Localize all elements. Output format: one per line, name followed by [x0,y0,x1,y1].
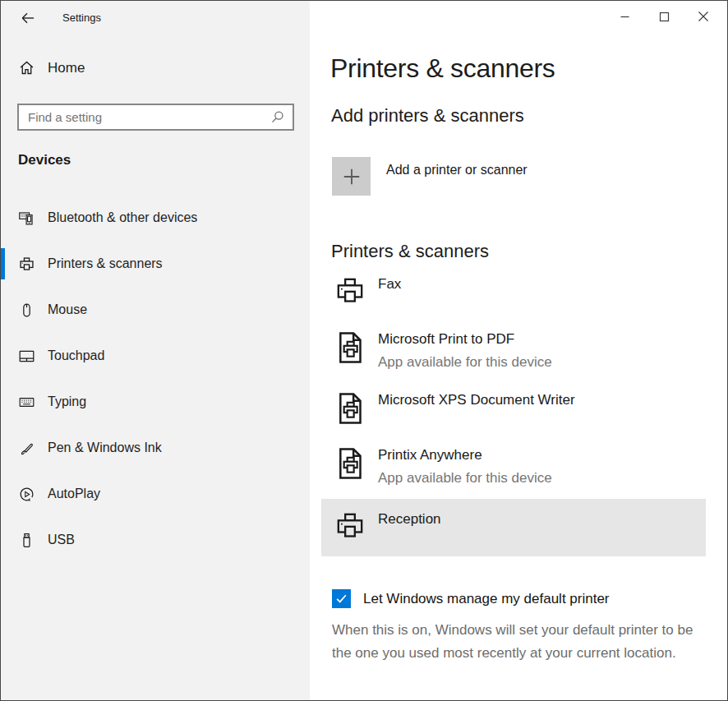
home-label: Home [48,60,85,76]
default-printer-description: When this is on, Windows will set your d… [332,619,703,664]
sidebar-item-autoplay[interactable]: AutoPlay [1,471,310,517]
sidebar-item-label: Bluetooth & other devices [48,210,197,225]
back-arrow-icon [20,10,36,26]
mouse-icon [18,302,35,319]
back-button[interactable] [14,7,42,30]
sidebar-section-title: Devices [18,152,71,168]
sidebar-item-mouse[interactable]: Mouse [1,287,310,333]
search-input[interactable] [28,110,270,124]
touchpad-icon [18,348,35,365]
home-icon [18,59,35,76]
sidebar-nav: Bluetooth & other devices Printers & sca… [1,195,310,563]
default-printer-checkbox-row[interactable]: Let Windows manage my default printer [332,589,703,608]
printer-row-xps-writer[interactable]: Microsoft XPS Document Writer [321,383,706,434]
sidebar-item-label: Pen & Windows Ink [48,440,162,455]
sidebar-item-bluetooth[interactable]: Bluetooth & other devices [1,195,310,241]
sidebar-item-pen[interactable]: Pen & Windows Ink [1,425,310,471]
printers-section-heading: Printers & scanners [331,241,489,262]
printer-row-fax[interactable]: Fax [321,267,706,318]
sidebar-item-label: AutoPlay [48,487,100,501]
add-printer-button-label: Add a printer or scanner [386,163,528,178]
maximize-button[interactable] [644,1,684,32]
plus-icon [332,157,371,196]
autoplay-icon [18,486,35,503]
sidebar-item-printers[interactable]: Printers & scanners [1,241,310,287]
printer-row-reception[interactable]: Reception [321,499,706,556]
sidebar-item-label: USB [48,533,75,547]
sidebar: Settings Home Devices [1,1,310,700]
add-printers-heading: Add printers & scanners [331,105,524,127]
maximize-icon [659,12,670,22]
print-to-file-icon [334,330,366,366]
sidebar-item-typing[interactable]: Typing [1,379,310,425]
printer-list: Fax Microsoft Print to PDF App available… [321,267,706,560]
sidebar-item-label: Touchpad [48,348,104,363]
print-to-file-icon [334,390,366,427]
sidebar-item-touchpad[interactable]: Touchpad [1,333,310,379]
minimize-icon [620,12,630,22]
printer-row-print-to-pdf[interactable]: Microsoft Print to PDF App available for… [321,322,706,379]
search-box[interactable] [17,104,294,131]
sidebar-item-label: Printers & scanners [48,256,163,271]
minimize-button[interactable] [605,1,644,32]
checkbox-checked-icon[interactable] [332,589,351,608]
printer-name: Microsoft Print to PDF [378,330,552,348]
printer-icon [334,274,366,311]
printer-status: App available for this device [378,469,552,487]
close-icon [698,11,709,22]
sidebar-item-label: Mouse [48,302,87,317]
usb-icon [18,532,35,549]
printer-icon [18,256,35,273]
sidebar-item-home[interactable]: Home [18,59,85,76]
sidebar-item-usb[interactable]: USB [1,517,310,563]
sidebar-item-label: Typing [48,394,86,409]
close-button[interactable] [684,1,723,32]
caption-buttons [605,1,723,32]
app-title: Settings [62,12,101,24]
printer-row-printix[interactable]: Printix Anywhere App available for this … [321,438,706,495]
add-printer-button[interactable]: Add a printer or scanner [332,157,528,196]
print-to-file-icon [334,445,366,482]
page-title: Printers & scanners [330,53,555,84]
default-printer-section: Let Windows manage my default printer Wh… [332,589,703,664]
settings-window: Settings Home Devices [0,0,728,701]
printer-name: Microsoft XPS Document Writer [378,390,575,409]
search-icon [270,109,285,125]
keyboard-icon [18,394,35,411]
printer-name: Printix Anywhere [378,445,552,464]
printer-status: App available for this device [378,353,552,371]
bluetooth-devices-icon [18,210,35,227]
printer-name: Fax [378,274,401,293]
printer-name: Reception [378,510,441,528]
pen-icon [18,440,35,457]
printer-icon [334,510,366,546]
default-printer-checkbox-label: Let Windows manage my default printer [363,591,610,607]
